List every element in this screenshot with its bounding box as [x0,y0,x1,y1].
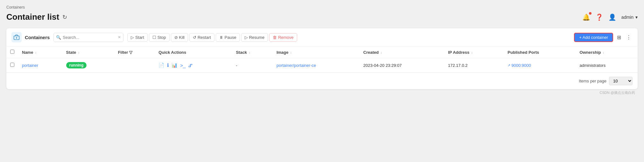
toolbar-left: Containers [11,32,50,42]
row-state: running [62,58,114,73]
start-icon: ▷ [131,35,134,40]
user-area[interactable]: admin ▾ [621,15,638,20]
stats-icon[interactable]: 📊 [172,62,178,68]
search-wrapper: 🔍 ✕ [53,33,123,42]
row-checkbox[interactable] [10,63,14,67]
col-ownership[interactable]: Ownership ↕ [576,46,638,58]
row-checkbox-cell [6,58,18,73]
pause-icon: ⏸ [219,35,223,40]
notification-badge [589,12,592,15]
col-image[interactable]: Image ↕ [273,46,360,58]
notification-icon[interactable]: 🔔 [582,13,590,21]
table-row: portainer running 📄 ℹ 📊 >_ 🖇 [6,58,638,73]
containers-table: Name ↕ State ↕ Filter ▽ Quick Actions St… [6,46,638,73]
row-name: portainer [18,58,62,73]
pause-button[interactable]: ⏸ Pause [216,33,240,42]
search-clear-icon[interactable]: ✕ [118,35,121,39]
search-input[interactable] [53,33,123,42]
user-name: admin [621,15,634,20]
restart-icon: ↺ [193,35,196,40]
row-image: portainer/portainer-ce [273,58,360,73]
col-filter[interactable]: Filter ▽ [114,46,155,58]
col-quick-actions: Quick Actions [155,46,232,58]
user-icon[interactable]: 👤 [608,13,616,21]
containers-icon [11,32,22,42]
port-link[interactable]: ↗ 9000:9000 [508,63,572,68]
row-filter [114,58,155,73]
console-icon[interactable]: >_ [180,63,186,68]
watermark: CSDN @摘点云南白药 [6,89,638,96]
quick-actions-group: 📄 ℹ 📊 >_ 🖇 [158,62,228,68]
select-all-checkbox[interactable] [10,50,14,54]
stop-button[interactable]: ☐ Stop [149,33,170,42]
header-actions: 🔔 ❓ 👤 admin ▾ [582,13,638,21]
resume-button[interactable]: ▷ Resume [241,33,268,42]
stop-icon: ☐ [152,35,156,40]
state-sort-icon: ↕ [78,51,80,54]
chevron-down-icon: ▾ [635,15,638,20]
containers-card: Containers 🔍 ✕ ▷ Start ☐ Stop ⊘ [6,28,638,89]
ip-sort-icon: ↕ [471,51,473,54]
refresh-icon[interactable]: ↻ [62,14,67,21]
resume-icon: ▷ [245,35,248,40]
container-name-link[interactable]: portainer [22,63,38,68]
created-sort-icon: ↕ [381,51,382,54]
col-created[interactable]: Created ↕ [360,46,444,58]
filter-icon: ▽ [129,50,132,55]
items-per-page-select[interactable]: 10 25 50 100 [609,77,633,85]
col-stack[interactable]: Stack ↕ [232,46,273,58]
toolbar-right: + Add container ⊞ ⋮ [574,33,633,42]
col-ip[interactable]: IP Address ↕ [444,46,504,58]
page-title-area: Container list ↻ [6,12,67,22]
remove-icon: 🗑 [273,35,277,40]
col-name[interactable]: Name ↕ [18,46,62,58]
name-sort-icon: ↕ [35,51,37,54]
start-button[interactable]: ▷ Start [127,33,147,42]
select-all-cell [6,46,18,58]
add-container-button[interactable]: + Add container [574,33,613,42]
help-icon[interactable]: ❓ [595,13,603,21]
logs-icon[interactable]: 📄 [158,62,164,68]
stack-sort-icon: ↕ [249,51,250,54]
restart-button[interactable]: ↺ Restart [189,33,214,42]
search-icon: 🔍 [56,35,61,40]
row-ports: ↗ 9000:9000 [504,58,576,73]
row-stack: - [232,58,273,73]
breadcrumb: Containers [6,5,638,10]
row-ownership: administrators [576,58,638,73]
attach-icon[interactable]: 🖇 [188,63,193,68]
table-header-row: Name ↕ State ↕ Filter ▽ Quick Actions St… [6,46,638,58]
pagination-row: Items per page 10 25 50 100 [6,73,638,89]
card-toolbar: Containers 🔍 ✕ ▷ Start ☐ Stop ⊘ [6,28,638,46]
items-per-page-label: Items per page [579,79,606,83]
kill-button[interactable]: ⊘ Kill [171,33,188,42]
kill-icon: ⊘ [174,35,178,40]
toolbar-title: Containers [25,35,50,40]
page-wrapper: Containers Container list ↻ 🔔 ❓ 👤 admin … [0,0,644,162]
image-sort-icon: ↕ [290,51,292,54]
more-options-button[interactable]: ⋮ [625,33,633,42]
ownership-sort-icon: ↕ [603,51,604,54]
state-badge: running [66,62,87,68]
image-link[interactable]: portainer/portainer-ce [276,63,316,68]
row-quick-actions: 📄 ℹ 📊 >_ 🖇 [155,58,232,73]
col-state[interactable]: State ↕ [62,46,114,58]
col-ports: Published Ports [504,46,576,58]
page-title: Container list [6,12,59,22]
page-header: Container list ↻ 🔔 ❓ 👤 admin ▾ [6,12,638,22]
remove-button[interactable]: 🗑 Remove [269,33,297,42]
row-created: 2023-04-20 23:29:07 [360,58,444,73]
columns-toggle-button[interactable]: ⊞ [616,33,622,42]
external-link-icon: ↗ [508,63,510,67]
inspect-icon[interactable]: ℹ [167,62,169,68]
action-buttons: ▷ Start ☐ Stop ⊘ Kill ↺ Restart ⏸ Paus [127,33,570,42]
row-ip: 172.17.0.2 [444,58,504,73]
